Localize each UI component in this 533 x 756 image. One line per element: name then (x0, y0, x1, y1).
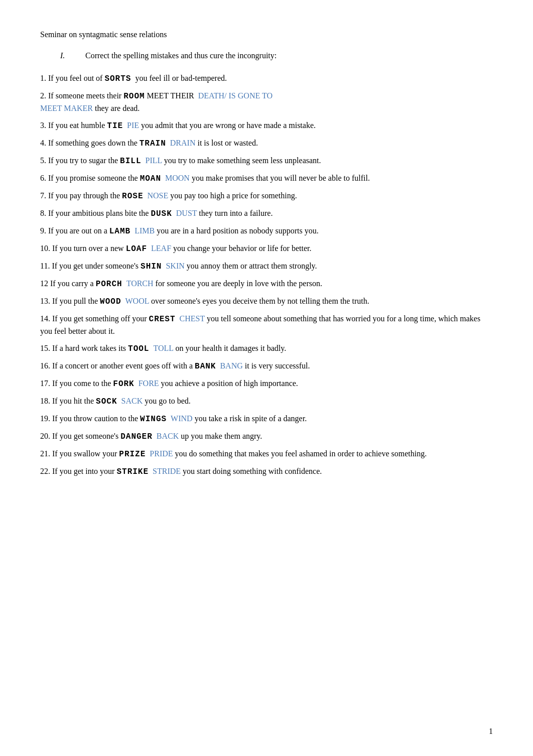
item-text: up you make them angry. (179, 432, 262, 440)
correct-word: SACK (121, 397, 143, 405)
list-item: 12 If you carry a PORCH TORCH for someon… (40, 278, 493, 290)
list-item: 4. If something goes down the TRAIN DRAI… (40, 137, 493, 150)
item-text: 8. If your ambitious plans bite the (40, 209, 151, 217)
item-text (135, 379, 137, 388)
item-text: MEET THEIR (145, 91, 196, 100)
wrong-word: ROSE (122, 192, 143, 201)
item-text: you pay too high a price for something. (168, 191, 297, 200)
wrong-word: TRAIN (140, 139, 166, 148)
item-text: 9. If you are out on a (40, 226, 109, 235)
correct-word: SKIN (166, 262, 184, 270)
list-item: 5. If you try to sugar the BILL PILL you… (40, 155, 493, 167)
item-text: you change your behavior or life for bet… (171, 244, 311, 253)
correct-word: TOLL (153, 344, 173, 352)
wrong-word: WINGS (140, 415, 167, 424)
item-text (131, 74, 133, 82)
item-text: it is very successful. (243, 361, 310, 370)
correct-word: TORCH (126, 279, 154, 288)
item-text: 16. If a concert or another event goes o… (40, 361, 195, 370)
list-item: 10. If you turn over a new LOAF LEAF you… (40, 242, 493, 255)
item-text: 3. If you eat humble (40, 121, 107, 130)
item-text (149, 344, 151, 352)
item-text (167, 414, 169, 423)
item-text: you go to bed. (143, 397, 191, 405)
wrong-word: ROOM (123, 92, 145, 101)
item-text: they are dead. (93, 104, 140, 112)
item-text: you achieve a position of high importanc… (159, 379, 298, 388)
list-item: 18. If you hit the SOCK SACK you go to b… (40, 395, 493, 408)
item-text (143, 191, 145, 200)
correct-word: NOSE (147, 191, 168, 200)
item-text (166, 139, 168, 147)
item-text: you annoy them or attract them strongly. (185, 262, 317, 270)
item-text: 7. If you pay through the (40, 191, 122, 200)
correct-word: PIE (127, 121, 139, 130)
item-text (146, 449, 148, 458)
item-text: 2. If someone meets their (40, 91, 123, 100)
item-text (130, 226, 132, 235)
item-text: you take a risk in spite of a danger. (193, 414, 307, 423)
item-text (162, 262, 164, 270)
item-text: 12 If you carry a (40, 279, 96, 288)
list-item: 11. If you get under someone's SHIN SKIN… (40, 260, 493, 273)
item-text: 4. If something goes down the (40, 139, 140, 147)
item-text: 20. If you get someone's (40, 432, 120, 440)
item-text (176, 314, 178, 323)
wrong-word: DUSK (151, 209, 172, 218)
list-item: 6. If you promise someone the MOAN MOON … (40, 172, 493, 185)
item-text: 11. If you get under someone's (40, 262, 141, 270)
item-text: 21. If you swallow your (40, 449, 119, 458)
item-text (147, 244, 149, 253)
correct-word: PILL (145, 156, 162, 165)
wrong-word: BANK (195, 362, 216, 371)
item-text: 10. If you turn over a new (40, 244, 126, 253)
wrong-word: FORK (113, 380, 134, 389)
item-text (121, 297, 123, 305)
wrong-word: WOOD (100, 297, 121, 306)
wrong-word: SHIN (141, 262, 162, 271)
item-text (172, 209, 174, 217)
wrong-word: PORCH (96, 280, 122, 289)
item-text: 15. If a hard work takes its (40, 344, 128, 352)
wrong-word: STRIKE (116, 467, 149, 476)
item-text: 1. If you feel out of (40, 74, 104, 82)
item-text: you feel ill or bad-tempered. (135, 74, 227, 82)
correct-word: DRAIN (170, 139, 196, 147)
item-text: you try to make something seem less unpl… (162, 156, 321, 165)
item-text: for someone you are deeply in love with … (154, 279, 322, 288)
item-text: you do something that makes you feel ash… (173, 449, 427, 458)
wrong-word: MOAN (140, 174, 161, 183)
list-item: 8. If your ambitious plans bite the DUSK… (40, 207, 493, 220)
list-item: 17. If you come to the FORK FORE you ach… (40, 377, 493, 390)
correct-word: LEAF (151, 244, 171, 253)
wrong-word: PRIZE (119, 450, 146, 459)
item-text: 14. If you get something off your (40, 314, 149, 323)
wrong-word: SOCK (96, 397, 117, 406)
item-text: 19. If you throw caution to the (40, 414, 140, 423)
item-text: you admit that you are wrong or have mad… (139, 121, 316, 130)
items-container: 1. If you feel out of SORTS you feel ill… (40, 72, 493, 478)
list-item: 20. If you get someone's DANGER BACK up … (40, 430, 493, 443)
item-text: 22. If you get into your (40, 467, 116, 475)
correct-word: FORE (139, 379, 159, 388)
item-text: it is lost or wasted. (195, 139, 257, 147)
section-instruction: Correct the spelling mistakes and thus c… (85, 51, 277, 60)
correct-word: STRIDE (153, 467, 181, 475)
item-text (123, 121, 125, 130)
page-title: Seminar on syntagmatic sense relations (40, 30, 167, 39)
item-text: you start doing something with confidenc… (181, 467, 322, 475)
correct-word: WOOL (125, 297, 149, 305)
item-text: over someone's eyes you deceive them by … (149, 297, 369, 305)
correct-word: WIND (171, 414, 193, 423)
wrong-word: LAMB (109, 227, 130, 236)
list-item: 3. If you eat humble TIE PIE you admit t… (40, 119, 493, 132)
wrong-word: LOAF (126, 244, 147, 254)
correct-word: PRIDE (150, 449, 173, 458)
item-text (117, 397, 119, 405)
wrong-word: BILL (120, 157, 141, 166)
correct-word: MOON (165, 174, 190, 182)
item-text: you are in a hard position as nobody sup… (155, 226, 319, 235)
item-text: 6. If you promise someone the (40, 174, 140, 182)
item-text (141, 156, 143, 165)
list-item: 13. If you pull the WOOD WOOL over someo… (40, 295, 493, 308)
